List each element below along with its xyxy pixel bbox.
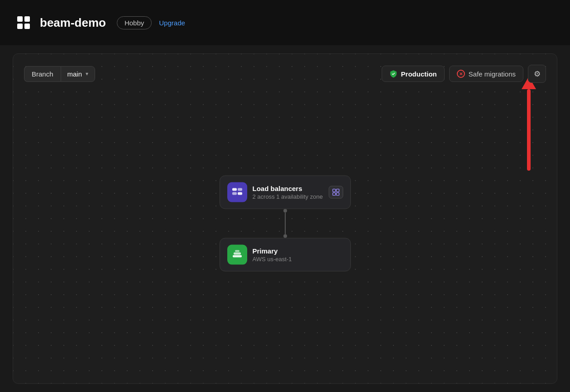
load-balancers-icon bbox=[231, 185, 243, 199]
load-balancers-title: Load balancers bbox=[253, 185, 329, 192]
primary-card: Primary AWS us-east-1 bbox=[220, 238, 351, 272]
flow-area: Load balancers 2 across 1 availability z… bbox=[220, 176, 351, 272]
toolbar: Branch main ▾ Production ✕ Safe migratio… bbox=[24, 65, 546, 83]
connector-line-segment bbox=[285, 213, 286, 234]
plan-badge: Hobby bbox=[117, 16, 152, 29]
settings-button[interactable]: ⚙ bbox=[528, 65, 546, 83]
svg-rect-9 bbox=[336, 189, 339, 192]
load-balancers-action-icon[interactable] bbox=[329, 186, 343, 199]
red-arrow bbox=[520, 86, 538, 174]
load-balancers-icon-wrap bbox=[227, 182, 247, 202]
chevron-down-icon: ▾ bbox=[86, 71, 88, 77]
branch-value: main bbox=[67, 70, 82, 78]
production-label: Production bbox=[401, 70, 437, 78]
svg-rect-1 bbox=[24, 16, 30, 22]
app-title: beam-demo bbox=[40, 16, 106, 30]
gear-icon: ⚙ bbox=[534, 69, 541, 79]
svg-rect-0 bbox=[17, 16, 23, 22]
branch-dropdown[interactable]: main ▾ bbox=[61, 66, 96, 82]
load-balancers-card: Load balancers 2 across 1 availability z… bbox=[220, 176, 351, 209]
svg-rect-6 bbox=[232, 192, 237, 195]
svg-rect-14 bbox=[235, 250, 239, 252]
svg-rect-7 bbox=[238, 192, 242, 195]
svg-rect-4 bbox=[232, 188, 237, 191]
svg-rect-3 bbox=[24, 24, 30, 29]
toolbar-right: Production ✕ Safe migrations ⚙ bbox=[382, 65, 546, 83]
primary-subtitle: AWS us-east-1 bbox=[253, 256, 343, 263]
header: beam-demo Hobby Upgrade bbox=[0, 0, 570, 45]
upgrade-link[interactable]: Upgrade bbox=[159, 19, 185, 27]
svg-rect-13 bbox=[234, 252, 241, 254]
svg-rect-10 bbox=[333, 193, 335, 196]
x-circle-icon: ✕ bbox=[457, 70, 465, 78]
svg-rect-11 bbox=[336, 193, 339, 196]
svg-rect-12 bbox=[233, 255, 242, 257]
load-balancers-text: Load balancers 2 across 1 availability z… bbox=[253, 185, 329, 200]
safe-migrations-badge[interactable]: ✕ Safe migrations bbox=[449, 66, 523, 82]
branch-label: Branch bbox=[24, 66, 61, 82]
canvas-container: Branch main ▾ Production ✕ Safe migratio… bbox=[13, 53, 557, 384]
production-badge: Production bbox=[382, 66, 445, 82]
safe-migrations-label: Safe migrations bbox=[469, 70, 516, 78]
svg-rect-5 bbox=[238, 188, 242, 191]
primary-icon-wrap bbox=[227, 245, 247, 265]
connector-dot-top bbox=[283, 209, 287, 213]
arrow-shaft bbox=[527, 89, 531, 171]
app-logo-icon bbox=[14, 14, 33, 32]
shield-icon bbox=[389, 70, 398, 78]
svg-rect-2 bbox=[17, 24, 23, 29]
svg-rect-8 bbox=[333, 189, 335, 192]
load-balancers-subtitle: 2 across 1 availability zone bbox=[253, 193, 329, 200]
primary-icon bbox=[231, 248, 243, 262]
connector-dot-bottom bbox=[283, 234, 287, 238]
branch-selector: Branch main ▾ bbox=[24, 66, 95, 82]
primary-title: Primary bbox=[253, 247, 343, 255]
connector-line bbox=[283, 209, 287, 238]
primary-text: Primary AWS us-east-1 bbox=[253, 247, 343, 263]
